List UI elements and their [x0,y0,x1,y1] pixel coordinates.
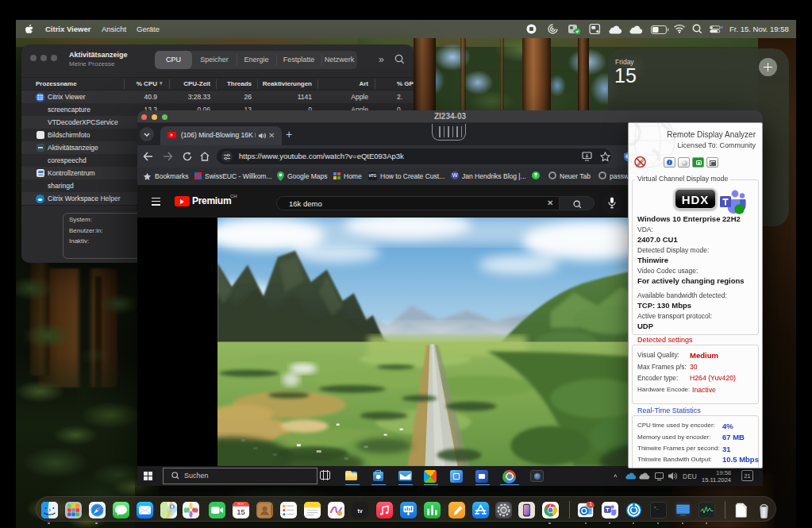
svg-text:>_: >_ [653,504,659,510]
svg-text:tv: tv [357,508,362,514]
svg-text:15: 15 [237,507,245,516]
svg-text:NOV: NOV [237,503,244,506]
